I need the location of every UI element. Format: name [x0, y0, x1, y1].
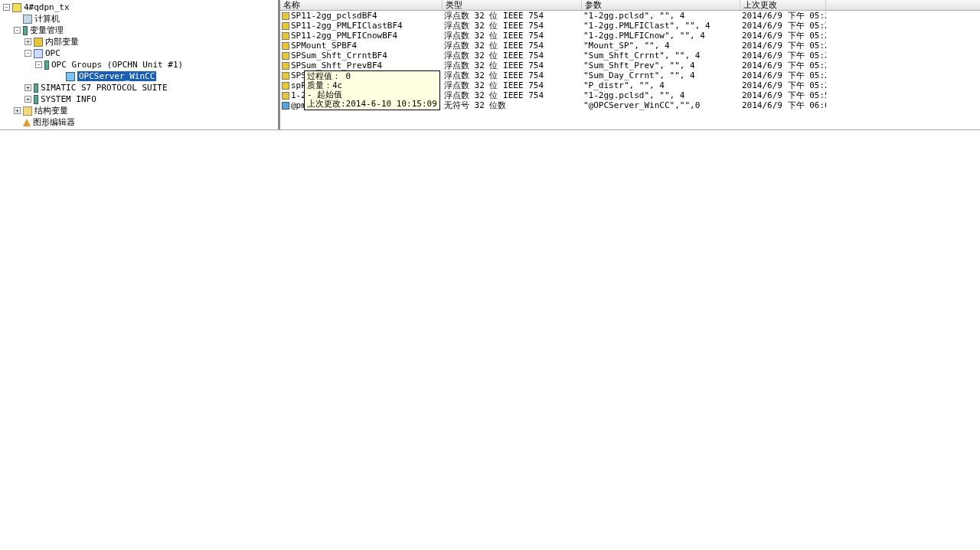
ibar-icon: [34, 83, 38, 93]
tag-icon: [282, 12, 289, 20]
cell-param: "1-2gg.pclsd", "", 4: [582, 90, 740, 100]
cell-type: 浮点数 32 位 IEEE 754: [443, 11, 582, 21]
tree-label: OPCServer_WinCC: [77, 71, 156, 81]
folder-icon: [23, 106, 32, 116]
tree-item[interactable]: 图形编辑器: [0, 116, 278, 128]
db-icon: [12, 3, 21, 12]
expand-icon[interactable]: +: [24, 38, 31, 45]
cell-time: 2014/6/9 下午 05:24:25: [740, 21, 826, 31]
cell-param: "Sum_Shft_Prev", "", 4: [582, 61, 740, 70]
tag-icon: [282, 82, 289, 90]
expand-icon[interactable]: +: [24, 96, 31, 103]
tree-panel: -4#qdpn_tx计算机-变量管理+内部变量-OPC-OPC Groups (…: [0, 0, 279, 129]
cell-type: 浮点数 32 位 IEEE 754: [443, 70, 582, 80]
tree-item[interactable]: -OPC: [0, 47, 278, 59]
tag-icon: [282, 42, 289, 50]
tree-label: SYSTEM INFO: [41, 94, 96, 104]
cell-time: 2014/6/9 下午 05:24:37: [740, 31, 826, 41]
expand-icon[interactable]: +: [24, 84, 31, 91]
tree-item[interactable]: -变量管理: [0, 25, 278, 36]
tag-icon: [282, 72, 289, 80]
cell-name: SP11-2gg_pclsdBF4: [291, 11, 377, 21]
cell-param: "Sum_Day_Crrnt", "", 4: [582, 70, 740, 80]
col-header-param[interactable]: 参数: [582, 0, 740, 10]
ibar-icon: [44, 61, 49, 70]
cell-time: 2014/6/9 下午 05:26:40: [740, 70, 826, 80]
cell-time: 2014/6/9 下午 05:28:18: [740, 80, 826, 90]
cell-time: 2014/6/9 下午 06:05:14: [740, 100, 826, 110]
list-body: SP11-2gg_pclsdBF4浮点数 32 位 IEEE 754"1-2gg…: [280, 11, 980, 110]
tree-item[interactable]: -4#qdpn_tx: [0, 2, 278, 13]
cell-time: 2014/6/9 下午 05:25:29: [740, 41, 826, 51]
tree-label: 4#qdpn_tx: [24, 2, 70, 12]
collapse-icon[interactable]: -: [3, 4, 10, 11]
tree-item[interactable]: +SIMATIC S7 PROTOCOL SUITE: [0, 82, 278, 93]
cell-param: "Mount_SP", "", 4: [582, 41, 740, 51]
table-row[interactable]: SPSum_Shft_CrrntBF4浮点数 32 位 IEEE 754"Sum…: [280, 51, 980, 61]
tree-label: 计算机: [34, 13, 60, 25]
main-split: -4#qdpn_tx计算机-变量管理+内部变量-OPC-OPC Groups (…: [0, 0, 980, 130]
tree-item[interactable]: OPCServer_WinCC: [0, 70, 278, 82]
tree-item[interactable]: +结构变量: [0, 105, 278, 116]
cell-param: "1-2gg.PMLFICnow", "", 4: [582, 31, 740, 41]
tree-item[interactable]: -OPC Groups (OPCHN Unit #1): [0, 59, 278, 70]
collapse-icon[interactable]: -: [24, 50, 31, 57]
col-header-type[interactable]: 类型: [443, 0, 582, 10]
cell-param: "1-2gg.PMLFIClast", "", 4: [582, 21, 740, 31]
tri-icon: [23, 119, 31, 126]
col-header-name[interactable]: 名称: [280, 0, 443, 10]
cell-param: "Sum_Shft_Crrnt", "", 4: [582, 51, 740, 61]
tag-icon: [282, 52, 289, 60]
variable-tooltip: 过程值： 0 质量：4c - 起始值 上次更改:2014-6-10 10:15:…: [304, 70, 440, 110]
cell-time: 2014/6/9 下午 05:25:55: [740, 51, 826, 61]
cell-name: SPMount_SPBF4: [291, 41, 357, 51]
tree-root: -4#qdpn_tx计算机-变量管理+内部变量-OPC-OPC Groups (…: [0, 0, 278, 128]
tag-icon: [282, 32, 289, 40]
cell-type: 浮点数 32 位 IEEE 754: [443, 41, 582, 51]
cell-type: 浮点数 32 位 IEEE 754: [443, 21, 582, 31]
table-row[interactable]: SP11-2gg_PMLFIClastBF4浮点数 32 位 IEEE 754"…: [280, 21, 980, 31]
tree-item[interactable]: +内部变量: [0, 36, 278, 47]
table-row[interactable]: SP11-2gg_PMLFICnowBF4浮点数 32 位 IEEE 754"1…: [280, 31, 980, 41]
tree-label: OPC: [45, 48, 60, 58]
col-header-time[interactable]: 上次更改: [740, 0, 826, 10]
tree-label: 图形编辑器: [33, 116, 75, 128]
collapse-icon[interactable]: -: [35, 61, 42, 68]
tree-label: 结构变量: [34, 105, 68, 116]
cell-name: SPSum_Shft_PrevBF4: [291, 61, 382, 70]
tree-label: OPC Groups (OPCHN Unit #1): [51, 60, 183, 70]
cell-name: SPSum_Shft_CrrntBF4: [291, 51, 387, 61]
cell-type: 浮点数 32 位 IEEE 754: [443, 80, 582, 90]
tree-label: 变量管理: [30, 25, 64, 36]
cell-name: SP11-2gg_PMLFICnowBF4: [291, 31, 397, 41]
tree-item[interactable]: 计算机: [0, 13, 278, 25]
tree-label: SIMATIC S7 PROTOCOL SUITE: [41, 83, 168, 93]
opc-icon: [34, 49, 43, 58]
list-panel: 名称 类型 参数 上次更改 SP11-2gg_pclsdBF4浮点数 32 位 …: [279, 0, 980, 129]
comp-icon: [23, 15, 32, 24]
spacer: [14, 119, 21, 126]
table-row[interactable]: SP11-2gg_pclsdBF4浮点数 32 位 IEEE 754"1-2gg…: [280, 11, 980, 21]
ibar-icon: [23, 26, 28, 35]
table-row[interactable]: SPMount_SPBF4浮点数 32 位 IEEE 754"Mount_SP"…: [280, 41, 980, 51]
cell-param: "1-2gg.pclsd", "", 4: [582, 11, 740, 21]
cell-type: 浮点数 32 位 IEEE 754: [443, 61, 582, 70]
cell-param: "@OPCServer_WinCC","",0: [582, 100, 740, 110]
table-row[interactable]: SPSum_Shft_PrevBF4浮点数 32 位 IEEE 754"Sum_…: [280, 61, 980, 70]
list-header: 名称 类型 参数 上次更改: [280, 0, 980, 11]
gold-icon: [34, 38, 43, 47]
expand-icon[interactable]: +: [14, 107, 21, 114]
tree-item[interactable]: +SYSTEM INFO: [0, 93, 278, 105]
tag-icon: [282, 62, 289, 70]
cell-type: 浮点数 32 位 IEEE 754: [443, 90, 582, 100]
tooltip-line: 上次更改:2014-6-10 10:15:09: [307, 100, 437, 109]
spacer: [57, 73, 64, 80]
tag-icon: [282, 92, 289, 100]
leaf-icon: [66, 72, 75, 81]
spacer: [14, 15, 21, 22]
cell-type: 无符号 32 位数: [443, 100, 582, 110]
tree-label: 内部变量: [45, 36, 79, 47]
cell-time: 2014/6/9 下午 05:50:52: [740, 90, 826, 100]
collapse-icon[interactable]: -: [14, 27, 21, 34]
cell-time: 2014/6/9 下午 05:26:03: [740, 61, 826, 70]
